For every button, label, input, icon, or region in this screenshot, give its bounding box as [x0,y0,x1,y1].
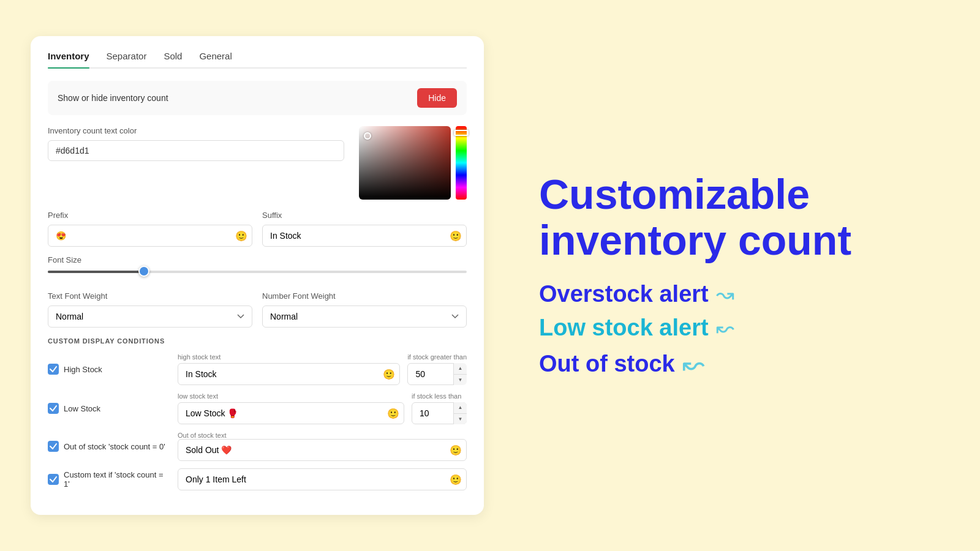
suffix-label: Suffix [262,211,467,220]
high-stock-text-input[interactable] [178,363,400,385]
text-font-weight-label: Text Font Weight [48,291,252,301]
slider-thumb[interactable] [138,266,149,277]
high-stock-checkbox[interactable] [48,364,59,375]
high-stock-row: High Stock high stock text 🙂 if stock gr… [48,353,467,385]
suffix-emoji-btn[interactable]: 🙂 [450,230,462,242]
spectrum-handle[interactable] [454,130,469,136]
outofstock-alert-text: Out of stock [539,351,675,377]
overstock-alert-row: Overstock alert ↜ [539,281,943,307]
high-stock-text-wrapper: 🙂 [178,363,400,385]
color-picker [359,126,467,200]
high-stock-spinners: ▲ ▼ [453,363,467,385]
right-panel: Customizable inventory count Overstock a… [514,0,980,551]
color-gradient-picker[interactable] [359,126,451,200]
custom-one-checkbox[interactable] [48,474,59,485]
color-label: Inventory count text color [48,126,344,135]
low-stock-row: Low Stock low stock text 🙂 if stock less… [48,392,467,424]
high-stock-number-wrapper: ▲ ▼ [407,363,467,385]
tab-separator[interactable]: Separator [107,51,147,67]
custom-one-text-wrapper: 🙂 [178,468,467,490]
color-spectrum[interactable] [456,126,467,200]
prefix-input[interactable] [48,225,252,247]
out-of-stock-text-wrapper: 🙂 [178,439,467,461]
lowstock-arrow-icon: ↜ [716,315,734,341]
prefix-group: Prefix 🙂 [48,211,252,247]
hide-button[interactable]: Hide [417,88,457,108]
overstock-alert-text: Overstock alert [539,281,709,307]
out-of-stock-fields: Out of stock text 🙂 [178,432,467,461]
hero-title: Customizable inventory count [539,171,943,263]
color-section: Inventory count text color [48,126,467,200]
prefix-input-wrapper: 🙂 [48,225,252,247]
alerts-section: Overstock alert ↜ Low stock alert ↜ Out … [539,281,943,380]
gradient-handle[interactable] [364,132,371,140]
number-font-weight-group: Number Font Weight Normal Bold Light Med… [262,291,467,328]
low-stock-spinner-up[interactable]: ▲ [454,402,467,414]
text-font-weight-group: Text Font Weight Normal Bold Light Mediu… [48,291,252,328]
suffix-input-wrapper: 🙂 [262,225,467,247]
out-of-stock-text-label: Out of stock text [178,432,467,439]
slider-track [48,271,467,273]
out-of-stock-checkbox[interactable] [48,441,59,452]
visibility-row: Show or hide inventory count Hide [48,81,467,115]
color-input[interactable] [48,140,344,161]
lowstock-alert-row: Low stock alert ↜ [539,315,943,341]
color-left: Inventory count text color [48,126,344,200]
low-stock-number-label: if stock less than [412,392,467,400]
font-weight-row: Text Font Weight Normal Bold Light Mediu… [48,291,467,328]
high-stock-number-group: if stock greater than ▲ ▼ [407,353,467,385]
high-stock-spinner-up[interactable]: ▲ [454,363,467,375]
conditions-section: CUSTOM DISPLAY CONDITIONS High Stock hig… [48,337,467,490]
tab-general[interactable]: General [199,51,232,67]
custom-one-row: Custom text if 'stock count = 1' 🙂 [48,468,467,490]
out-of-stock-text: Out of stock 'stock count = 0' [64,442,165,451]
high-stock-number-label: if stock greater than [407,353,467,361]
low-stock-fields: low stock text 🙂 if stock less than ▲ [178,392,467,424]
outofstock-alert-row: Out of stock ↜ [539,348,943,380]
low-stock-text-input[interactable] [178,402,404,424]
high-stock-text: High Stock [64,365,102,374]
high-stock-emoji-btn[interactable]: 🙂 [383,369,395,380]
settings-card: Inventory Separator Sold General Show or… [31,36,484,515]
high-stock-spinner-down[interactable]: ▼ [454,375,467,386]
prefix-emoji-btn[interactable]: 🙂 [235,230,247,242]
text-font-weight-select[interactable]: Normal Bold Light Medium [48,305,252,328]
font-size-section: Font Size [48,255,467,283]
prefix-suffix-row: Prefix 🙂 Suffix 🙂 [48,211,467,247]
number-font-weight-label: Number Font Weight [262,291,467,301]
suffix-input[interactable] [262,225,467,247]
low-stock-text-group: low stock text 🙂 [178,392,404,424]
lowstock-alert-text: Low stock alert [539,315,709,341]
high-stock-fields: high stock text 🙂 if stock greater than … [178,353,467,385]
out-of-stock-label[interactable]: Out of stock 'stock count = 0' [48,441,170,452]
low-stock-text-label: low stock text [178,392,404,400]
out-of-stock-row: Out of stock 'stock count = 0' Out of st… [48,432,467,461]
custom-one-label[interactable]: Custom text if 'stock count = 1' [48,470,170,489]
custom-one-fields: 🙂 [178,468,467,490]
low-stock-checkbox[interactable] [48,403,59,414]
low-stock-label[interactable]: Low Stock [48,403,170,414]
left-panel: Inventory Separator Sold General Show or… [0,0,514,551]
visibility-label: Show or hide inventory count [58,93,168,103]
custom-one-text: Custom text if 'stock count = 1' [64,470,170,489]
out-of-stock-emoji-btn[interactable]: 🙂 [450,444,462,456]
font-size-label: Font Size [48,255,467,264]
low-stock-spinner-down[interactable]: ▼ [454,414,467,425]
tab-sold[interactable]: Sold [164,51,182,67]
low-stock-text-wrapper: 🙂 [178,402,404,424]
number-font-weight-select[interactable]: Normal Bold Light Medium [262,305,467,328]
slider-fill [48,271,144,273]
high-stock-label[interactable]: High Stock [48,364,170,375]
high-stock-text-group: high stock text 🙂 [178,353,400,385]
out-of-stock-text-input[interactable] [178,439,467,461]
low-stock-number-group: if stock less than ▲ ▼ [412,392,467,424]
low-stock-number-wrapper: ▲ ▼ [412,402,467,424]
tabs-container: Inventory Separator Sold General [48,51,467,69]
high-stock-text-label: high stock text [178,353,400,361]
conditions-title: CUSTOM DISPLAY CONDITIONS [48,337,467,345]
tab-inventory[interactable]: Inventory [48,51,89,67]
custom-one-text-input[interactable] [178,468,467,490]
low-stock-emoji-btn[interactable]: 🙂 [387,408,399,419]
custom-one-emoji-btn[interactable]: 🙂 [450,474,462,485]
suffix-group: Suffix 🙂 [262,211,467,247]
